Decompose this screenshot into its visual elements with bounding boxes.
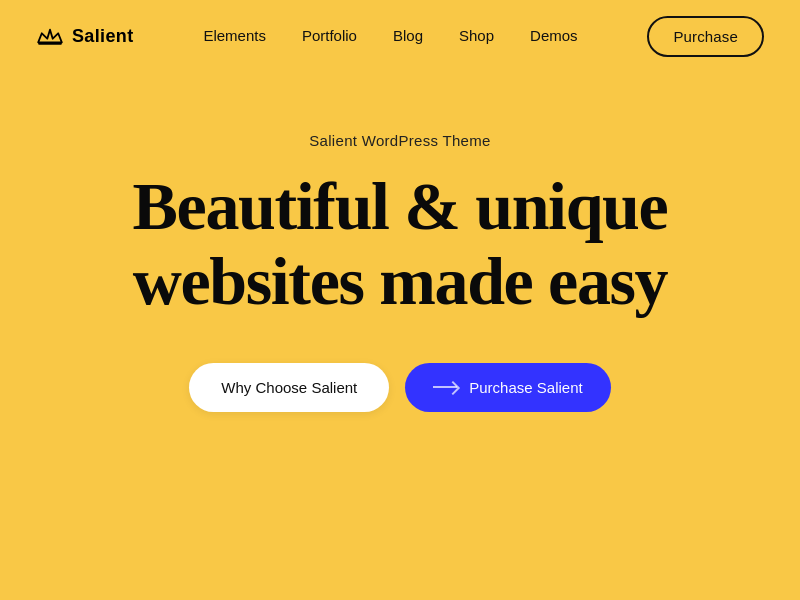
nav-purchase-button[interactable]: Purchase — [647, 16, 764, 57]
nav-links: Elements Portfolio Blog Shop Demos — [203, 27, 577, 45]
hero-section: Salient WordPress Theme Beautiful & uniq… — [0, 72, 800, 452]
hero-buttons: Why Choose Salient Purchase Salient — [189, 363, 610, 412]
svg-rect-0 — [38, 42, 62, 44]
nav-blog[interactable]: Blog — [393, 27, 423, 44]
logo-link[interactable]: Salient — [36, 26, 134, 47]
arrow-icon — [433, 386, 457, 388]
nav-demos[interactable]: Demos — [530, 27, 578, 44]
navbar: Salient Elements Portfolio Blog Shop Dem… — [0, 0, 800, 72]
hero-title: Beautiful & unique websites made easy — [133, 169, 668, 319]
logo-text: Salient — [72, 26, 134, 47]
purchase-salient-label: Purchase Salient — [469, 379, 582, 396]
hero-title-line2: websites made easy — [133, 243, 668, 319]
hero-title-line1: Beautiful & unique — [133, 168, 668, 244]
hero-subtitle: Salient WordPress Theme — [309, 132, 490, 149]
nav-elements[interactable]: Elements — [203, 27, 266, 44]
purchase-salient-button[interactable]: Purchase Salient — [405, 363, 610, 412]
nav-shop[interactable]: Shop — [459, 27, 494, 44]
crown-icon — [36, 26, 64, 46]
why-choose-button[interactable]: Why Choose Salient — [189, 363, 389, 412]
nav-portfolio[interactable]: Portfolio — [302, 27, 357, 44]
